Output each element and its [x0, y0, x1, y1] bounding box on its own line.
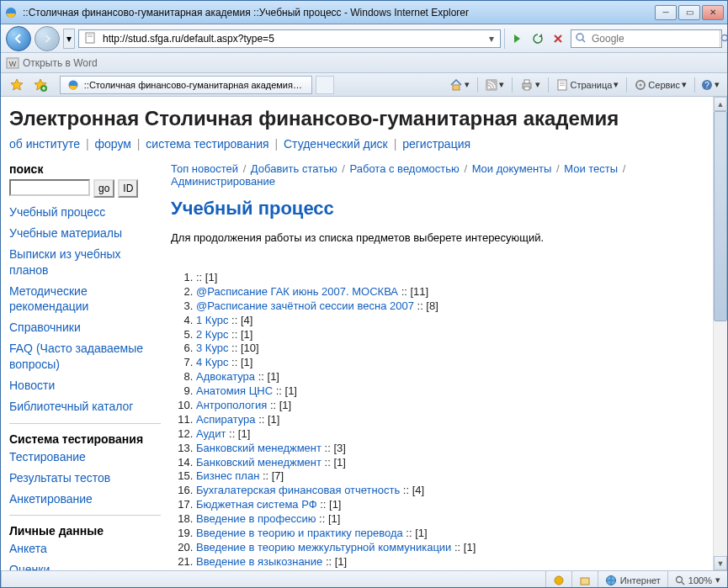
help-button[interactable]: ?▾: [699, 76, 722, 94]
navigation-toolbar: ▾ ▾: [1, 24, 727, 53]
subject-count: :: [8]: [414, 299, 438, 312]
subject-link[interactable]: Аспиратура: [196, 413, 256, 426]
sidebar-link[interactable]: Результаты тестов: [9, 470, 161, 486]
forward-button[interactable]: [35, 26, 60, 51]
subject-link[interactable]: Анатомия ЦНС: [196, 384, 273, 397]
security-zone: Интернет: [598, 571, 667, 588]
subject-link[interactable]: 1 Курс: [196, 314, 229, 326]
sidebar-link[interactable]: FAQ (Часто задаваемые вопросы): [9, 341, 161, 373]
subject-link[interactable]: Банковский менеджмент: [196, 442, 321, 454]
sidebar-link[interactable]: Библиотечный каталог: [9, 399, 161, 415]
refresh-button[interactable]: [529, 29, 547, 48]
subject-item: Бизнес план :: [7]: [196, 469, 719, 484]
svg-rect-1: [86, 33, 94, 43]
feeds-button[interactable]: ▾: [481, 76, 508, 94]
print-button[interactable]: ▾: [516, 76, 545, 94]
topnav-link[interactable]: система тестирования: [146, 137, 268, 151]
open-in-word-label[interactable]: Открыть в Word: [23, 57, 98, 69]
subject-count: :: [1]: [226, 427, 250, 440]
sidebar-link[interactable]: Новости: [9, 378, 161, 394]
close-button[interactable]: ✕: [702, 5, 724, 20]
zoom-control[interactable]: 100% ▾: [667, 571, 727, 588]
subject-link[interactable]: Бухгалатерская финансовая отчетность: [196, 484, 400, 496]
page-menu-button[interactable]: Страница▾: [552, 76, 623, 94]
subject-item: @Расписание зачётной сессии весна 2007 :…: [196, 299, 719, 314]
subject-count: :: [1]: [273, 384, 297, 397]
subject-link[interactable]: Антропология: [196, 399, 267, 411]
breadcrumb-link[interactable]: Мои документы: [472, 162, 552, 175]
tab-label: ::Столичная финансово-гуманитарная акаде…: [84, 80, 305, 90]
sidebar-link[interactable]: Учебные материалы: [9, 225, 161, 241]
subject-link[interactable]: 2 Курс: [196, 328, 229, 341]
sidebar-link[interactable]: Учебный процесс: [9, 204, 161, 220]
search-input[interactable]: [590, 32, 720, 45]
back-button[interactable]: [6, 26, 31, 51]
breadcrumb-link[interactable]: Добавить статью: [251, 162, 337, 175]
tools-menu-button[interactable]: Сервис▾: [630, 76, 691, 94]
scroll-thumb[interactable]: [714, 111, 727, 321]
minimize-button[interactable]: ─: [655, 5, 677, 20]
subject-link[interactable]: @Расписание зачётной сессии весна 2007: [196, 299, 414, 312]
sidebar-link[interactable]: Справочники: [9, 320, 161, 336]
add-favorite-button[interactable]: [29, 76, 51, 94]
vertical-scrollbar[interactable]: ▲ ▼: [713, 97, 727, 570]
scroll-down-button[interactable]: ▼: [714, 556, 727, 570]
topnav-link[interactable]: регистрация: [402, 137, 470, 151]
sidebar-link[interactable]: Тестирование: [9, 449, 161, 465]
browser-tab[interactable]: ::Столичная финансово-гуманитарная акаде…: [60, 76, 312, 94]
topnav-link[interactable]: форум: [95, 137, 131, 151]
page-heading: Учебный процесс: [171, 198, 719, 220]
window-titlebar: ::Столичная финансово-гуманитарная акаде…: [1, 1, 727, 24]
subject-item: :: [1]: [196, 271, 719, 285]
go-button[interactable]: go: [93, 179, 114, 198]
address-bar[interactable]: ▾: [78, 29, 501, 48]
recent-pages-dropdown[interactable]: ▾: [63, 29, 75, 49]
page-icon: [84, 32, 98, 45]
breadcrumb-link[interactable]: Работа с ведомостью: [350, 162, 460, 175]
maximize-button[interactable]: ▭: [678, 5, 700, 20]
topnav-link[interactable]: об институте: [9, 137, 80, 151]
status-bar: Интернет 100% ▾: [1, 570, 727, 588]
new-tab-button[interactable]: [316, 76, 334, 94]
sidebar-search-input[interactable]: [9, 179, 90, 196]
subject-link[interactable]: Бюджетная система РФ: [196, 498, 317, 511]
sidebar-link[interactable]: Анкетирование: [9, 491, 161, 507]
subject-link[interactable]: Введение в профессию: [196, 512, 316, 525]
sidebar-link[interactable]: Методические рекомендации: [9, 283, 161, 315]
favorites-button[interactable]: [6, 76, 28, 94]
subject-count: :: [1]: [267, 399, 291, 411]
sidebar-link[interactable]: Анкета: [9, 541, 161, 557]
subject-link[interactable]: Введение в языкознание: [196, 555, 322, 568]
breadcrumb-link[interactable]: Топ новостей: [171, 162, 238, 175]
sidebar-link[interactable]: Выписки из учебных планов: [9, 246, 161, 278]
subject-item: @Расписание ГАК июнь 2007. МОСКВА :: [11…: [196, 285, 719, 299]
subject-link[interactable]: Адвокатура: [196, 370, 255, 383]
address-dropdown[interactable]: ▾: [485, 33, 498, 45]
svg-rect-3: [88, 36, 93, 37]
sidebar: поиск go ID Учебный процессУчебные матер…: [9, 162, 161, 588]
intro-text: Для продолжения работы из списка предмет…: [171, 231, 719, 244]
subject-link[interactable]: @Расписание ГАК июнь 2007. МОСКВА: [196, 285, 398, 298]
subject-count: :: [11]: [398, 285, 428, 298]
subject-link[interactable]: Введение в теорию и практику перевода: [196, 527, 403, 539]
subject-link[interactable]: Бизнес план: [196, 469, 259, 482]
stop-button[interactable]: [549, 29, 567, 48]
search-button[interactable]: [720, 30, 728, 47]
subject-item: Введение в теорию и практику перевода ::…: [196, 527, 719, 541]
breadcrumb-link[interactable]: Мои тесты: [564, 162, 618, 175]
chevron-down-icon: ▾: [715, 575, 720, 585]
subject-link[interactable]: Введение в теорию межкультурной коммуник…: [196, 541, 451, 554]
subject-link[interactable]: 3 Курс: [196, 342, 229, 354]
sidebar-heading-personal: Личные данные: [9, 524, 161, 538]
go-button[interactable]: [508, 29, 527, 48]
subject-link[interactable]: Аудит: [196, 427, 226, 440]
subject-link[interactable]: 4 Курс: [196, 356, 229, 368]
topnav-link[interactable]: Студенческий диск: [284, 137, 388, 151]
home-button[interactable]: ▾: [445, 76, 474, 94]
search-box[interactable]: [571, 29, 722, 48]
address-input[interactable]: [101, 33, 485, 45]
breadcrumb-link[interactable]: Администрирование: [171, 175, 275, 188]
subject-link[interactable]: Банковский менеджмент: [196, 456, 321, 469]
id-button[interactable]: ID: [118, 179, 138, 198]
scroll-up-button[interactable]: ▲: [714, 97, 727, 111]
